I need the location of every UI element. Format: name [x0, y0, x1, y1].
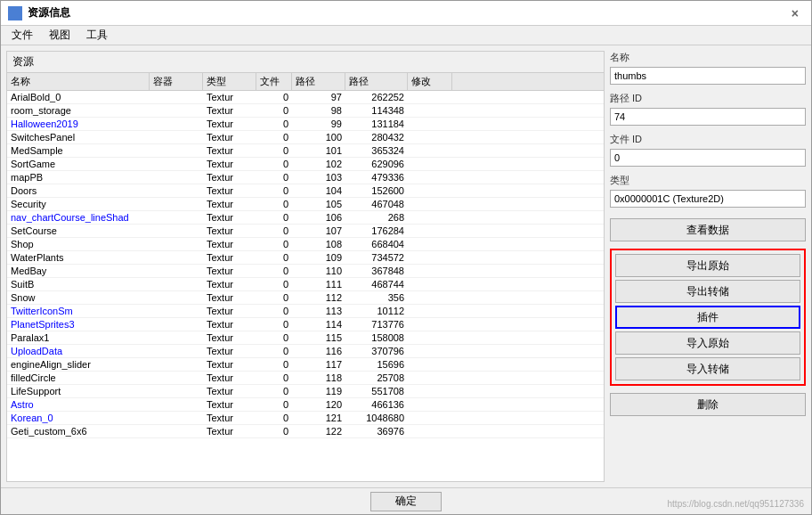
cell-file: 0 [256, 385, 292, 397]
table-row[interactable]: Doors Textur 0 104 152600 [7, 184, 604, 198]
cell-file: 0 [256, 345, 292, 357]
type-input[interactable] [610, 190, 806, 208]
cell-mod [408, 118, 452, 130]
table-row[interactable]: TwitterIconSm Textur 0 113 10112 [7, 305, 604, 318]
cell-container [150, 412, 203, 424]
cell-file: 0 [256, 144, 292, 157]
watermark: https://blog.csdn.net/qq951127336 [668, 499, 804, 509]
cell-mod [408, 211, 452, 224]
table-row[interactable]: nav_chartCourse_lineShad Textur 0 106 26… [7, 211, 604, 225]
menu-view[interactable]: 视图 [42, 26, 77, 45]
menu-tools[interactable]: 工具 [79, 26, 115, 45]
table-row[interactable]: engineAlign_slider Textur 0 117 15696 [7, 358, 604, 372]
table-row[interactable]: SetCourse Textur 0 107 176284 [7, 225, 604, 238]
table-row[interactable]: Astro Textur 0 120 466136 [7, 398, 604, 412]
table-row[interactable]: UploadData Textur 0 116 370796 [7, 345, 604, 358]
close-button[interactable]: × [786, 4, 804, 22]
import-original-button[interactable]: 导入原始 [615, 331, 800, 355]
cell-file: 0 [256, 251, 292, 264]
cell-mod [408, 91, 452, 103]
table-row[interactable]: MedSample Textur 0 101 365324 [7, 144, 604, 158]
cell-path1: 102 [292, 158, 345, 170]
cell-mod [408, 238, 452, 250]
cell-path1: 101 [292, 144, 345, 157]
confirm-button[interactable]: 确定 [370, 492, 442, 511]
view-data-button[interactable]: 查看数据 [610, 218, 806, 241]
cell-file: 0 [256, 291, 292, 304]
cell-name: Geti_custom_6x6 [7, 425, 150, 437]
cell-container [150, 144, 203, 157]
table-row[interactable]: LifeSupport Textur 0 119 551708 [7, 385, 604, 398]
cell-name: MedBay [7, 265, 150, 277]
table-row[interactable]: Snow Textur 0 112 356 [7, 291, 604, 305]
path-id-label: 路径 ID [610, 92, 806, 105]
cell-path2: 158008 [345, 331, 408, 344]
cell-mod [408, 144, 452, 157]
cell-path2: 466136 [345, 398, 408, 411]
table-row[interactable]: Security Textur 0 105 467048 [7, 198, 604, 211]
cell-type: Textur [203, 372, 256, 384]
col-path1: 路径 [292, 73, 345, 90]
table-row[interactable]: filledCircle Textur 0 118 25708 [7, 372, 604, 385]
table-row[interactable]: Korean_0 Textur 0 121 1048680 [7, 412, 604, 425]
table-row[interactable]: Paralax1 Textur 0 115 158008 [7, 331, 604, 345]
import-storage-button[interactable]: 导入转储 [615, 357, 800, 380]
cell-container [150, 291, 203, 304]
cell-mod [408, 184, 452, 197]
cell-path2: 36976 [345, 425, 408, 437]
cell-path2: 10112 [345, 305, 408, 317]
cell-type: Textur [203, 171, 256, 184]
table-row[interactable]: Halloween2019 Textur 0 99 131184 [7, 118, 604, 131]
cell-path2: 131184 [345, 118, 408, 130]
cell-path1: 104 [292, 184, 345, 197]
menu-file[interactable]: 文件 [4, 26, 40, 45]
table-row[interactable]: Shop Textur 0 108 668404 [7, 238, 604, 251]
table-row[interactable]: WaterPlants Textur 0 109 734572 [7, 251, 604, 265]
right-panel: 名称 路径 ID 文件 ID 类型 查看数据 导出原始 导出转储 插件 [610, 51, 806, 482]
cell-file: 0 [256, 211, 292, 224]
plugin-button[interactable]: 插件 [615, 306, 800, 329]
cell-mod [408, 265, 452, 277]
table-row[interactable]: SortGame Textur 0 102 629096 [7, 158, 604, 171]
cell-path2: 1048680 [345, 412, 408, 424]
table-row[interactable]: SwitchesPanel Textur 0 100 280432 [7, 131, 604, 144]
cell-path2: 25708 [345, 372, 408, 384]
export-original-button[interactable]: 导出原始 [615, 254, 800, 277]
cell-name: Shop [7, 238, 150, 250]
table-row[interactable]: ArialBold_0 Textur 0 97 262252 [7, 91, 604, 104]
cell-type: Textur [203, 211, 256, 224]
col-mod: 修改 [408, 73, 452, 90]
table-row[interactable]: SuitB Textur 0 111 468744 [7, 278, 604, 291]
file-id-field-group: 文件 ID [610, 133, 806, 167]
cell-type: Textur [203, 345, 256, 357]
panel-header: 资源 [7, 52, 604, 73]
name-input[interactable] [610, 67, 806, 85]
cell-name: Astro [7, 398, 150, 411]
name-label: 名称 [610, 51, 806, 64]
table-row[interactable]: room_storage Textur 0 98 114348 [7, 104, 604, 118]
col-path2: 路径 [345, 73, 408, 90]
cell-path1: 118 [292, 372, 345, 384]
table-row[interactable]: Geti_custom_6x6 Textur 0 122 36976 [7, 425, 604, 438]
cell-path2: 152600 [345, 184, 408, 197]
delete-button[interactable]: 删除 [610, 393, 806, 416]
export-storage-button[interactable]: 导出转储 [615, 280, 800, 303]
cell-file: 0 [256, 225, 292, 237]
table-row[interactable]: MedBay Textur 0 110 367848 [7, 265, 604, 278]
cell-name: room_storage [7, 104, 150, 117]
cell-mod [408, 372, 452, 384]
path-id-input[interactable] [610, 108, 806, 126]
cell-type: Textur [203, 198, 256, 210]
cell-path2: 713776 [345, 318, 408, 331]
cell-type: Textur [203, 158, 256, 170]
title-bar: 资源信息 × [1, 1, 811, 26]
menu-bar: 文件 视图 工具 [1, 26, 811, 45]
cell-name: UploadData [7, 345, 150, 357]
file-id-input[interactable] [610, 149, 806, 167]
cell-file: 0 [256, 278, 292, 290]
cell-name: PlanetSprites3 [7, 318, 150, 331]
cell-mod [408, 251, 452, 264]
table-row[interactable]: mapPB Textur 0 103 479336 [7, 171, 604, 184]
table-row[interactable]: PlanetSprites3 Textur 0 114 713776 [7, 318, 604, 331]
table-body[interactable]: ArialBold_0 Textur 0 97 262252 room_stor… [7, 91, 604, 481]
